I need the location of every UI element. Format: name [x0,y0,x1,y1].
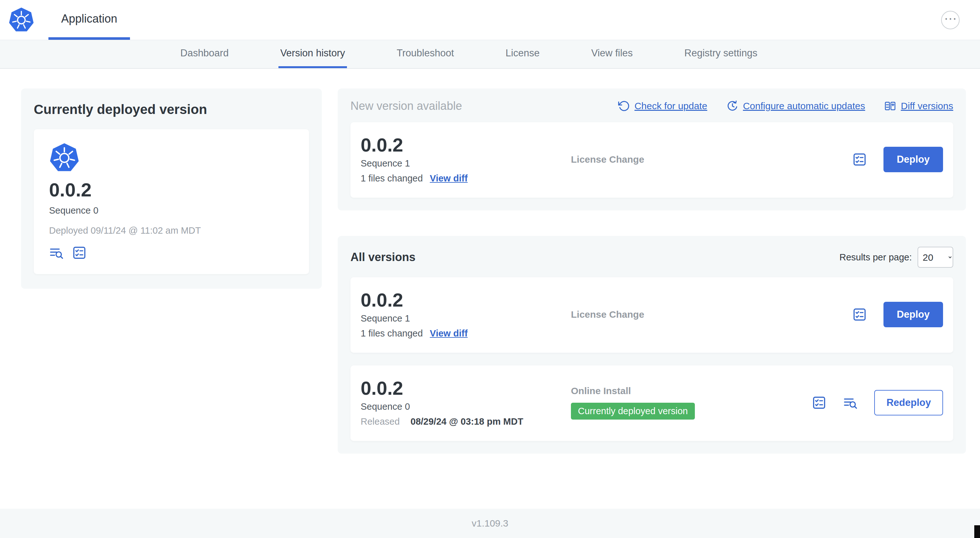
diff-versions-label: Diff versions [900,101,953,111]
version-number: 0.0.2 [361,290,571,310]
version-actions: Deploy [852,147,943,172]
current-version-number: 0.0.2 [49,179,294,201]
diff-versions-link[interactable]: Diff versions [884,100,953,112]
ellipsis-icon: ⋯ [944,12,957,25]
version-sequence: Sequence 0 [361,402,571,412]
source-label: Online Install [571,386,631,396]
checklist-icon [72,246,87,260]
version-source: License Change [571,309,852,320]
configure-automatic-updates-label: Configure automatic updates [743,101,865,111]
files-changed-line: 1 files changed View diff [361,328,571,339]
nav-tab-registry-settings[interactable]: Registry settings [682,40,759,68]
console-version: v1.109.3 [471,518,508,529]
view-diff-link[interactable]: View diff [430,173,468,184]
version-info: 0.0.2 Sequence 0 Released 08/29/24 @ 03:… [361,378,571,427]
kubernetes-logo-icon [49,143,80,173]
new-version-header: New version available Check for update C… [350,99,953,113]
check-for-update-link[interactable]: Check for update [618,100,707,112]
version-actions: Redeploy [812,390,943,416]
results-per-page-select[interactable]: 20 [918,247,953,268]
checklist-icon [812,395,826,410]
main-content: Currently deployed version 0.0.2 Sequenc… [0,69,980,454]
app-title: Application [61,12,117,25]
current-version-card: 0.0.2 Sequence 0 Deployed 09/11/24 @ 11:… [34,129,309,274]
rotate-ccw-icon [618,100,630,112]
files-changed-text: 1 files changed [361,173,423,184]
all-versions-panel: All versions Results per page: 20 0.0.2 … [338,236,966,454]
released-date: 08/29/24 @ 03:18 pm MDT [410,416,523,427]
current-sequence: Sequence 0 [49,205,294,216]
diff-table-icon [884,100,896,112]
new-version-heading: New version available [350,99,462,113]
version-row: 0.0.2 Sequence 1 1 files changed View di… [350,277,953,353]
current-deployed-date: Deployed 09/11/24 @ 11:02 am MDT [49,225,294,236]
clock-refresh-icon [726,100,738,112]
currently-deployed-badge: Currently deployed version [571,403,695,420]
nav-tab-view-files[interactable]: View files [589,40,635,68]
nav-tab-version-history[interactable]: Version history [278,40,347,68]
version-info: 0.0.2 Sequence 1 1 files changed View di… [361,135,571,184]
release-notes-button[interactable] [852,307,867,322]
version-sequence: Sequence 1 [361,313,571,324]
version-actions: Deploy [852,302,943,327]
app-nav: Dashboard Version history Troubleshoot L… [0,40,980,69]
view-logs-button[interactable] [843,395,858,410]
update-actions: Check for update Configure automatic upd… [618,100,953,112]
all-versions-heading: All versions [350,251,415,264]
source-label: License Change [571,309,644,320]
view-logs-button[interactable] [49,246,64,260]
release-notes-button[interactable] [852,152,867,167]
nav-tab-troubleshoot[interactable]: Troubleshoot [395,40,456,68]
footer: v1.109.3 [0,509,980,538]
version-number: 0.0.2 [361,135,571,155]
results-per-page-label: Results per page: [840,252,912,263]
view-diff-link[interactable]: View diff [430,328,468,339]
logs-icon [843,395,858,410]
check-for-update-label: Check for update [634,101,707,111]
topbar-spacer [130,0,941,40]
kubernetes-logo-icon [8,0,34,40]
version-number: 0.0.2 [361,378,571,398]
nav-tab-dashboard[interactable]: Dashboard [178,40,231,68]
all-versions-header: All versions Results per page: 20 [350,247,953,268]
checklist-icon [852,307,867,322]
version-sequence: Sequence 1 [361,158,571,169]
more-menu-button[interactable]: ⋯ [941,11,959,29]
source-label: License Change [571,154,644,165]
nav-tab-license[interactable]: License [504,40,542,68]
released-prefix: Released [361,416,400,427]
currently-deployed-heading: Currently deployed version [34,102,309,117]
files-changed-line: 1 files changed View diff [361,173,571,184]
release-notes-button[interactable] [812,395,826,410]
version-row: 0.0.2 Sequence 0 Released 08/29/24 @ 03:… [350,365,953,441]
redeploy-button[interactable]: Redeploy [874,390,943,416]
version-info: 0.0.2 Sequence 1 1 files changed View di… [361,290,571,339]
version-source: License Change [571,154,852,165]
checklist-icon [852,152,867,167]
tab-application[interactable]: Application [48,0,130,40]
versions-column: New version available Check for update C… [338,89,966,454]
files-changed-text: 1 files changed [361,328,423,339]
release-notes-button[interactable] [72,246,87,260]
currently-deployed-panel: Currently deployed version 0.0.2 Sequenc… [21,89,322,289]
released-line: Released 08/29/24 @ 03:18 pm MDT [361,416,571,427]
scrollbar-corner[interactable] [974,525,980,538]
configure-automatic-updates-link[interactable]: Configure automatic updates [726,100,865,112]
results-per-page: Results per page: 20 [840,247,953,268]
logs-icon [49,246,64,260]
top-bar: Application ⋯ [0,0,980,40]
version-source: Online Install Currently deployed versio… [571,386,812,420]
deploy-button[interactable]: Deploy [883,147,943,172]
new-version-card: 0.0.2 Sequence 1 1 files changed View di… [350,122,953,198]
deploy-button[interactable]: Deploy [883,302,943,327]
new-version-panel: New version available Check for update C… [338,89,966,210]
current-version-actions [49,246,294,260]
